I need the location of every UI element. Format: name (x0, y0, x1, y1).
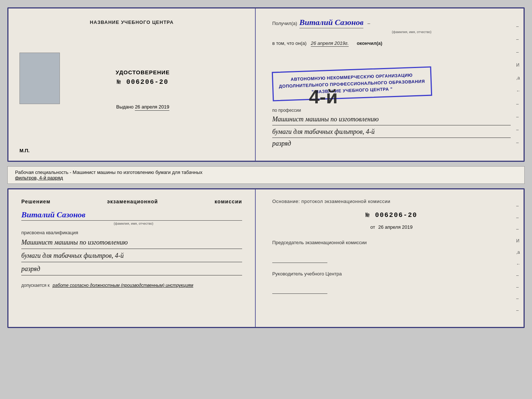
exam-section: Решением экзаменационной комиссии Витали… (7, 188, 525, 328)
profession-line2: бумаги для табачных фильтров, 4-й (272, 127, 511, 138)
recipient-name: Виталий Сазонов (299, 18, 363, 28)
exam-heading: Решением экзаменационной комиссии (21, 199, 242, 204)
chairman-block: Председатель экзаменационной комиссии (272, 239, 511, 263)
руководитель-block: Руководитель учебного Центра (272, 270, 511, 294)
profession-line1: Машинист машины по изготовлению (272, 115, 511, 125)
ot-date-line: от 26 апреля 2019 (272, 224, 511, 230)
profession-line3: разряд (272, 140, 511, 147)
right-dashes: – – – И ,а ← – – – – (516, 8, 521, 161)
cert-title: УДОСТОВЕРЕНИЕ (116, 69, 170, 75)
exam-name-subtitle: (фамилия, имя, отчество) (25, 222, 242, 225)
issued-label: Выдано (116, 104, 133, 110)
присвоена-label: присвоена квалификация (21, 230, 242, 235)
exam-person-name: Виталий Сазонов (21, 210, 242, 221)
info-bar-text2: фильтров, 4-й разряд (15, 175, 63, 181)
received-label: Получил(а) (272, 21, 297, 26)
issued-date: 26 апреля 2019 (135, 104, 169, 111)
vtom-label: в том, что он(а) (272, 40, 306, 46)
recipient-line: Получил(а) Виталий Сазонов – (272, 18, 511, 28)
head-label: Руководитель учебного Центра (272, 270, 511, 278)
photo-placeholder (19, 53, 60, 104)
name-subtitle-cert: (фамилия, имя, отчество) (313, 30, 511, 34)
mp-label: М.П. (19, 148, 29, 153)
exam-right-dashes: – – – И ,а ← – – – – (516, 189, 521, 327)
info-bar-text: Рабочая специальность - Машинист машины … (15, 170, 202, 181)
cert-number: № 006206-20 (116, 78, 170, 86)
booklet-left: НАЗВАНИЕ УЧЕБНОГО ЦЕНТРА УДОСТОВЕРЕНИЕ №… (8, 8, 256, 161)
left-section-title: НАЗВАНИЕ УЧЕБНОГО ЦЕНТРА (90, 19, 173, 25)
okончил-label: окончил(а) (357, 40, 382, 46)
exam-right: Основание: протокол экзаменационной коми… (256, 189, 524, 327)
certificate-booklet: НАЗВАНИЕ УЧЕБНОГО ЦЕНТРА УДОСТОВЕРЕНИЕ №… (7, 7, 525, 162)
допускается-line: допускается к работе согласно должностны… (21, 283, 242, 288)
допускается-label: допускается к (21, 283, 50, 288)
cert-title-block: УДОСТОВЕРЕНИЕ № 006206-20 (116, 69, 170, 86)
exam-left: Решением экзаменационной комиссии Витали… (8, 189, 256, 327)
info-bar: Рабочая специальность - Машинист машины … (7, 166, 525, 184)
protocol-number: № 006206-20 (272, 211, 511, 219)
vtom-line: в том, что он(а) 26 апреля 2019г. окончи… (272, 40, 511, 46)
qualification-line3: разряд (21, 264, 242, 275)
допускается-value: работе согласно должностным (производств… (53, 283, 193, 288)
number-display: 4-й (309, 86, 532, 108)
по-профессии-label: по профессии (272, 108, 511, 113)
head-signature-line (272, 286, 327, 294)
completion-date: 26 апреля 2019г. (311, 40, 349, 47)
page-wrapper: НАЗВАНИЕ УЧЕБНОГО ЦЕНТРА УДОСТОВЕРЕНИЕ №… (7, 7, 525, 328)
основание-label: Основание: протокол экзаменационной коми… (272, 199, 511, 204)
dash-after-name: – (367, 21, 370, 26)
issued-line: Выдано 26 апреля 2019 (116, 104, 169, 110)
qualification-line1: Машинист машины по изготовлению (21, 238, 242, 249)
chairman-label: Председатель экзаменационной комиссии (272, 239, 511, 246)
chairman-signature-line (272, 256, 327, 263)
booklet-right: Получил(а) Виталий Сазонов – (фамилия, и… (256, 8, 524, 161)
qualification-line2: бумаги для табачных фильтров, 4-й (21, 251, 242, 262)
